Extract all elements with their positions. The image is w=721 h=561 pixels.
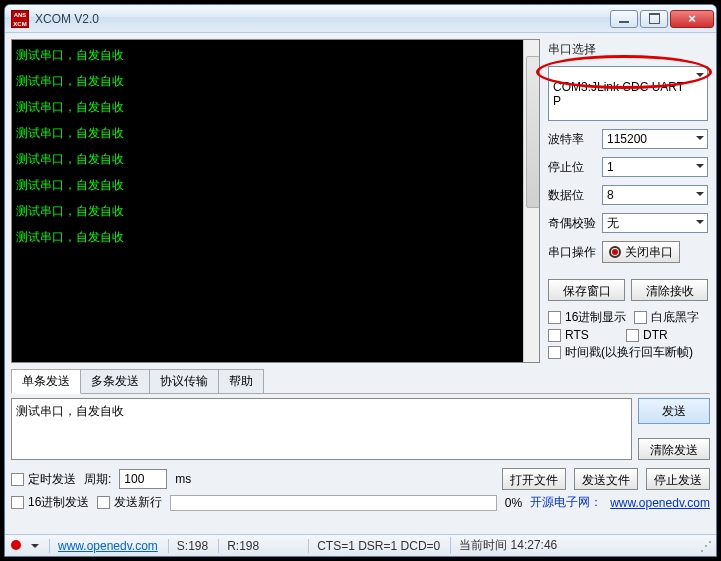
stop-send-button[interactable]: 停止发送 <box>646 468 710 490</box>
save-window-button[interactable]: 保存窗口 <box>548 279 625 301</box>
console-line: 测试串口，自发自收 <box>16 172 535 198</box>
console-line: 测试串口，自发自收 <box>16 68 535 94</box>
databit-label: 数据位 <box>548 187 596 204</box>
serial-settings-panel: 串口选择 COM3:JLink CDC UART P 波特率 115200 停止… <box>546 39 710 363</box>
port-select[interactable]: COM3:JLink CDC UART P <box>548 66 708 121</box>
tab-0[interactable]: 单条发送 <box>11 369 81 394</box>
promo-label: 开源电子网： <box>530 494 602 511</box>
console-line: 测试串口，自发自收 <box>16 146 535 172</box>
progress-bar <box>170 495 496 511</box>
statusbar: www.openedv.com S:198 R:198 CTS=1 DSR=1 … <box>5 534 716 556</box>
timestamp-checkbox[interactable] <box>548 346 561 359</box>
period-label: 周期: <box>84 471 111 488</box>
stopbit-label: 停止位 <box>548 159 596 176</box>
maximize-button[interactable] <box>640 10 668 28</box>
hex-display-checkbox[interactable] <box>548 311 561 324</box>
titlebar: ANSXCM XCOM V2.0 × <box>5 5 716 33</box>
port-action-label: 串口操作 <box>548 244 596 261</box>
send-button[interactable]: 发送 <box>638 398 710 424</box>
receive-console[interactable]: 测试串口，自发自收测试串口，自发自收测试串口，自发自收测试串口，自发自收测试串口… <box>11 39 540 363</box>
clear-receive-button[interactable]: 清除接收 <box>631 279 708 301</box>
databit-select[interactable]: 8 <box>602 185 708 205</box>
record-icon <box>609 246 621 258</box>
resize-grip[interactable]: ⋰ <box>700 539 710 553</box>
console-line: 测试串口，自发自收 <box>16 120 535 146</box>
timed-send-checkbox[interactable] <box>11 473 24 486</box>
period-input[interactable] <box>119 469 167 489</box>
status-signals: CTS=1 DSR=1 DCD=0 <box>308 539 440 553</box>
window-title: XCOM V2.0 <box>35 12 610 26</box>
baud-label: 波特率 <box>548 131 596 148</box>
console-line: 测试串口，自发自收 <box>16 42 535 68</box>
console-line: 测试串口，自发自收 <box>16 94 535 120</box>
hex-send-checkbox[interactable] <box>11 496 24 509</box>
promo-link[interactable]: www.openedv.com <box>610 496 710 510</box>
send-newline-checkbox[interactable] <box>97 496 110 509</box>
tab-1[interactable]: 多条发送 <box>80 369 150 393</box>
rts-checkbox[interactable] <box>548 329 561 342</box>
status-recv: R:198 <box>218 539 298 553</box>
minimize-button[interactable] <box>610 10 638 28</box>
send-file-button[interactable]: 发送文件 <box>574 468 638 490</box>
parity-select[interactable]: 无 <box>602 213 708 233</box>
app-icon: ANSXCM <box>11 10 29 28</box>
period-unit: ms <box>175 472 191 486</box>
console-line: 测试串口，自发自收 <box>16 224 535 250</box>
tab-3[interactable]: 帮助 <box>218 369 264 393</box>
port-select-label: 串口选择 <box>548 41 708 58</box>
console-line: 测试串口，自发自收 <box>16 198 535 224</box>
close-port-button[interactable]: 关闭串口 <box>602 241 680 263</box>
baud-select[interactable]: 115200 <box>602 129 708 149</box>
tab-2[interactable]: 协议传输 <box>149 369 219 393</box>
open-file-button[interactable]: 打开文件 <box>502 468 566 490</box>
chevron-down-icon[interactable] <box>31 544 39 552</box>
status-dot-icon <box>11 540 21 550</box>
parity-label: 奇偶校验 <box>548 215 596 232</box>
clear-send-button[interactable]: 清除发送 <box>638 438 710 460</box>
send-tabs: 单条发送多条发送协议传输帮助 <box>11 369 710 394</box>
send-input[interactable] <box>11 398 632 460</box>
scrollbar[interactable] <box>523 40 539 362</box>
white-bg-checkbox[interactable] <box>634 311 647 324</box>
close-button[interactable]: × <box>670 10 714 28</box>
status-time: 14:27:46 <box>511 538 558 552</box>
dtr-checkbox[interactable] <box>626 329 639 342</box>
stopbit-select[interactable]: 1 <box>602 157 708 177</box>
status-sent: S:198 <box>168 539 208 553</box>
progress-percent: 0% <box>505 496 522 510</box>
status-site[interactable]: www.openedv.com <box>49 539 158 553</box>
